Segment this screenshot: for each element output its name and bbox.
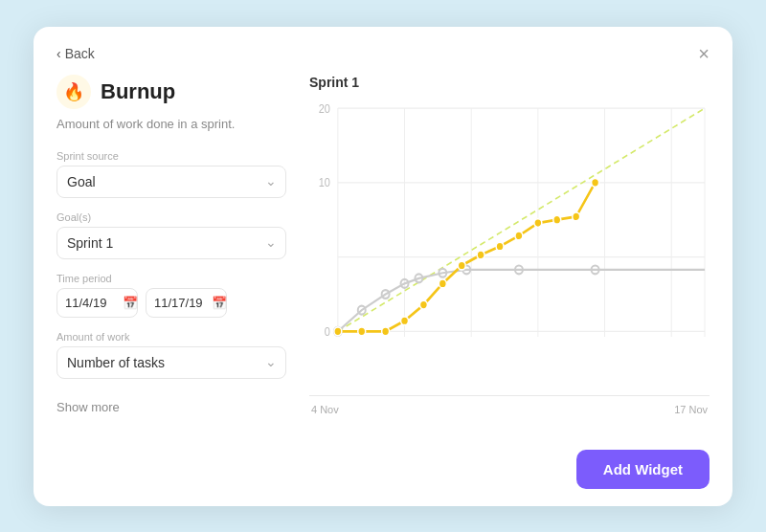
date-end-field[interactable]: 11/17/19 [154,296,207,310]
modal-body: 🔥 Burnup Amount of work done in a sprint… [34,71,732,438]
goals-select-wrapper: Sprint 1 [56,227,286,259]
amount-of-work-select[interactable]: Number of tasks [56,346,286,379]
svg-point-24 [334,326,342,335]
close-button[interactable]: × [698,44,710,63]
sprint-source-label: Sprint source [56,150,286,162]
widget-title-row: 🔥 Burnup [56,75,286,109]
left-panel: 🔥 Burnup Amount of work done in a sprint… [56,71,286,415]
date-start-field[interactable]: 11/4/19 [65,296,118,310]
svg-point-31 [477,250,484,258]
chart-x-labels: 4 Nov 17 Nov [309,404,710,415]
add-widget-button[interactable]: Add Widget [576,450,710,489]
amount-of-work-group: Amount of work Number of tasks [56,331,286,379]
svg-point-32 [496,242,504,251]
svg-point-26 [382,326,390,335]
svg-point-35 [553,215,561,224]
svg-line-14 [338,108,705,331]
modal-header: ‹ Back × [34,27,732,71]
burnup-chart: 20 10 0 [309,98,710,395]
date-start-input[interactable]: 11/4/19 📅 [56,288,138,318]
modal-container: ‹ Back × 🔥 Burnup Amount of work done in… [34,27,732,506]
back-label: Back [65,46,95,61]
date-end-input[interactable]: 11/17/19 📅 [146,288,227,318]
svg-text:0: 0 [325,324,330,338]
svg-point-28 [419,300,427,309]
amount-of-work-select-wrapper: Number of tasks [56,346,286,379]
chart-area: 20 10 0 [309,98,710,396]
widget-title: Burnup [101,79,175,104]
sprint-source-group: Sprint source Goal [56,150,286,198]
right-panel: Sprint 1 20 10 0 [309,71,710,415]
svg-text:20: 20 [319,100,330,114]
svg-point-27 [401,316,409,324]
svg-point-33 [515,231,523,239]
svg-point-34 [534,218,542,227]
sprint-source-select[interactable]: Goal [56,166,286,198]
time-period-group: Time period 11/4/19 📅 11/17/19 📅 [56,273,286,318]
svg-point-30 [458,261,465,270]
widget-description: Amount of work done in a sprint. [56,117,286,131]
time-period-label: Time period [56,273,286,284]
chart-x-end: 17 Nov [674,404,708,415]
show-more-link[interactable]: Show more [56,400,120,414]
chart-x-start: 4 Nov [311,404,339,415]
chart-sprint-label: Sprint 1 [309,75,710,90]
svg-point-25 [358,326,366,335]
svg-point-29 [439,278,446,287]
calendar-start-icon: 📅 [123,296,138,310]
svg-point-36 [573,211,580,220]
modal-footer: Add Widget [34,438,732,506]
svg-point-37 [592,178,599,187]
burnup-icon: 🔥 [56,75,91,109]
sprint-source-select-wrapper: Goal [56,166,286,198]
amount-of-work-label: Amount of work [56,331,286,343]
date-row: 11/4/19 📅 11/17/19 📅 [56,288,286,318]
goals-group: Goal(s) Sprint 1 [56,211,286,259]
calendar-end-icon: 📅 [212,296,227,310]
goals-select[interactable]: Sprint 1 [56,227,286,259]
chevron-left-icon: ‹ [56,46,61,61]
svg-text:10: 10 [319,175,330,188]
goals-label: Goal(s) [56,211,286,223]
back-button[interactable]: ‹ Back [56,46,95,61]
